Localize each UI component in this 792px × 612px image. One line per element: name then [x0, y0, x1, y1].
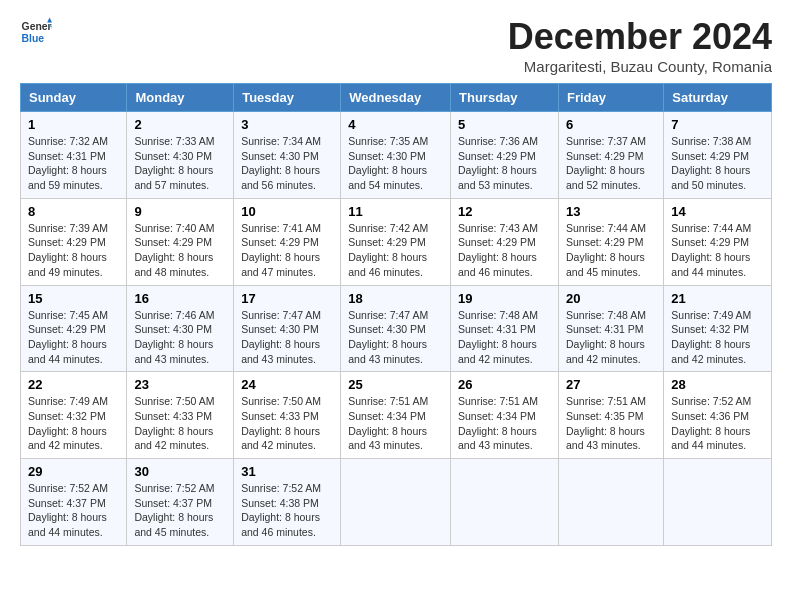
day-number: 28 — [671, 377, 764, 392]
calendar-week-row: 8 Sunrise: 7:39 AMSunset: 4:29 PMDayligh… — [21, 198, 772, 285]
calendar-week-row: 15 Sunrise: 7:45 AMSunset: 4:29 PMDaylig… — [21, 285, 772, 372]
day-info: Sunrise: 7:49 AMSunset: 4:32 PMDaylight:… — [28, 395, 108, 451]
day-number: 23 — [134, 377, 226, 392]
calendar-cell: 9 Sunrise: 7:40 AMSunset: 4:29 PMDayligh… — [127, 198, 234, 285]
calendar-cell: 4 Sunrise: 7:35 AMSunset: 4:30 PMDayligh… — [341, 112, 451, 199]
calendar-cell — [558, 459, 663, 546]
day-number: 3 — [241, 117, 333, 132]
day-number: 14 — [671, 204, 764, 219]
calendar-cell — [451, 459, 559, 546]
calendar-cell: 24 Sunrise: 7:50 AMSunset: 4:33 PMDaylig… — [234, 372, 341, 459]
day-info: Sunrise: 7:47 AMSunset: 4:30 PMDaylight:… — [241, 309, 321, 365]
logo: General Blue — [20, 16, 52, 48]
calendar-cell: 18 Sunrise: 7:47 AMSunset: 4:30 PMDaylig… — [341, 285, 451, 372]
calendar-cell — [664, 459, 772, 546]
calendar-cell: 27 Sunrise: 7:51 AMSunset: 4:35 PMDaylig… — [558, 372, 663, 459]
day-number: 26 — [458, 377, 551, 392]
day-info: Sunrise: 7:51 AMSunset: 4:34 PMDaylight:… — [458, 395, 538, 451]
calendar-cell: 13 Sunrise: 7:44 AMSunset: 4:29 PMDaylig… — [558, 198, 663, 285]
day-info: Sunrise: 7:47 AMSunset: 4:30 PMDaylight:… — [348, 309, 428, 365]
calendar-cell: 16 Sunrise: 7:46 AMSunset: 4:30 PMDaylig… — [127, 285, 234, 372]
calendar-table: SundayMondayTuesdayWednesdayThursdayFrid… — [20, 83, 772, 546]
day-info: Sunrise: 7:40 AMSunset: 4:29 PMDaylight:… — [134, 222, 214, 278]
day-number: 21 — [671, 291, 764, 306]
day-info: Sunrise: 7:48 AMSunset: 4:31 PMDaylight:… — [458, 309, 538, 365]
day-info: Sunrise: 7:51 AMSunset: 4:35 PMDaylight:… — [566, 395, 646, 451]
day-number: 31 — [241, 464, 333, 479]
day-number: 10 — [241, 204, 333, 219]
calendar-week-row: 29 Sunrise: 7:52 AMSunset: 4:37 PMDaylig… — [21, 459, 772, 546]
day-number: 16 — [134, 291, 226, 306]
title-area: December 2024 Margaritesti, Buzau County… — [508, 16, 772, 75]
day-info: Sunrise: 7:42 AMSunset: 4:29 PMDaylight:… — [348, 222, 428, 278]
weekday-header-tuesday: Tuesday — [234, 84, 341, 112]
calendar-cell: 6 Sunrise: 7:37 AMSunset: 4:29 PMDayligh… — [558, 112, 663, 199]
day-number: 27 — [566, 377, 656, 392]
day-info: Sunrise: 7:49 AMSunset: 4:32 PMDaylight:… — [671, 309, 751, 365]
day-number: 19 — [458, 291, 551, 306]
day-info: Sunrise: 7:50 AMSunset: 4:33 PMDaylight:… — [134, 395, 214, 451]
day-info: Sunrise: 7:51 AMSunset: 4:34 PMDaylight:… — [348, 395, 428, 451]
day-info: Sunrise: 7:33 AMSunset: 4:30 PMDaylight:… — [134, 135, 214, 191]
calendar-cell: 19 Sunrise: 7:48 AMSunset: 4:31 PMDaylig… — [451, 285, 559, 372]
day-number: 4 — [348, 117, 443, 132]
calendar-cell: 25 Sunrise: 7:51 AMSunset: 4:34 PMDaylig… — [341, 372, 451, 459]
day-number: 25 — [348, 377, 443, 392]
day-number: 12 — [458, 204, 551, 219]
calendar-cell: 11 Sunrise: 7:42 AMSunset: 4:29 PMDaylig… — [341, 198, 451, 285]
day-info: Sunrise: 7:44 AMSunset: 4:29 PMDaylight:… — [566, 222, 646, 278]
day-info: Sunrise: 7:52 AMSunset: 4:38 PMDaylight:… — [241, 482, 321, 538]
weekday-header-wednesday: Wednesday — [341, 84, 451, 112]
day-number: 8 — [28, 204, 119, 219]
weekday-header-monday: Monday — [127, 84, 234, 112]
day-number: 15 — [28, 291, 119, 306]
logo-icon: General Blue — [20, 16, 52, 48]
svg-text:General: General — [22, 21, 52, 32]
calendar-cell: 21 Sunrise: 7:49 AMSunset: 4:32 PMDaylig… — [664, 285, 772, 372]
calendar-cell: 7 Sunrise: 7:38 AMSunset: 4:29 PMDayligh… — [664, 112, 772, 199]
day-info: Sunrise: 7:39 AMSunset: 4:29 PMDaylight:… — [28, 222, 108, 278]
day-number: 1 — [28, 117, 119, 132]
calendar-cell: 1 Sunrise: 7:32 AMSunset: 4:31 PMDayligh… — [21, 112, 127, 199]
day-info: Sunrise: 7:52 AMSunset: 4:36 PMDaylight:… — [671, 395, 751, 451]
calendar-cell — [341, 459, 451, 546]
day-info: Sunrise: 7:43 AMSunset: 4:29 PMDaylight:… — [458, 222, 538, 278]
calendar-cell: 23 Sunrise: 7:50 AMSunset: 4:33 PMDaylig… — [127, 372, 234, 459]
day-number: 30 — [134, 464, 226, 479]
svg-marker-2 — [47, 18, 52, 23]
day-info: Sunrise: 7:37 AMSunset: 4:29 PMDaylight:… — [566, 135, 646, 191]
calendar-cell: 28 Sunrise: 7:52 AMSunset: 4:36 PMDaylig… — [664, 372, 772, 459]
calendar-cell: 17 Sunrise: 7:47 AMSunset: 4:30 PMDaylig… — [234, 285, 341, 372]
day-number: 17 — [241, 291, 333, 306]
calendar-cell: 15 Sunrise: 7:45 AMSunset: 4:29 PMDaylig… — [21, 285, 127, 372]
day-number: 2 — [134, 117, 226, 132]
day-number: 7 — [671, 117, 764, 132]
calendar-week-row: 22 Sunrise: 7:49 AMSunset: 4:32 PMDaylig… — [21, 372, 772, 459]
calendar-cell: 31 Sunrise: 7:52 AMSunset: 4:38 PMDaylig… — [234, 459, 341, 546]
calendar-cell: 22 Sunrise: 7:49 AMSunset: 4:32 PMDaylig… — [21, 372, 127, 459]
day-info: Sunrise: 7:46 AMSunset: 4:30 PMDaylight:… — [134, 309, 214, 365]
calendar-cell: 5 Sunrise: 7:36 AMSunset: 4:29 PMDayligh… — [451, 112, 559, 199]
weekday-header-sunday: Sunday — [21, 84, 127, 112]
calendar-cell: 20 Sunrise: 7:48 AMSunset: 4:31 PMDaylig… — [558, 285, 663, 372]
calendar-cell: 2 Sunrise: 7:33 AMSunset: 4:30 PMDayligh… — [127, 112, 234, 199]
calendar-cell: 3 Sunrise: 7:34 AMSunset: 4:30 PMDayligh… — [234, 112, 341, 199]
weekday-header-thursday: Thursday — [451, 84, 559, 112]
weekday-header-friday: Friday — [558, 84, 663, 112]
calendar-cell: 12 Sunrise: 7:43 AMSunset: 4:29 PMDaylig… — [451, 198, 559, 285]
header: General Blue December 2024 Margaritesti,… — [20, 16, 772, 75]
day-number: 13 — [566, 204, 656, 219]
day-info: Sunrise: 7:52 AMSunset: 4:37 PMDaylight:… — [134, 482, 214, 538]
calendar-cell: 29 Sunrise: 7:52 AMSunset: 4:37 PMDaylig… — [21, 459, 127, 546]
calendar-week-row: 1 Sunrise: 7:32 AMSunset: 4:31 PMDayligh… — [21, 112, 772, 199]
day-info: Sunrise: 7:35 AMSunset: 4:30 PMDaylight:… — [348, 135, 428, 191]
day-info: Sunrise: 7:32 AMSunset: 4:31 PMDaylight:… — [28, 135, 108, 191]
day-number: 22 — [28, 377, 119, 392]
page-title: December 2024 — [508, 16, 772, 58]
day-info: Sunrise: 7:44 AMSunset: 4:29 PMDaylight:… — [671, 222, 751, 278]
day-info: Sunrise: 7:36 AMSunset: 4:29 PMDaylight:… — [458, 135, 538, 191]
day-info: Sunrise: 7:34 AMSunset: 4:30 PMDaylight:… — [241, 135, 321, 191]
calendar-cell: 30 Sunrise: 7:52 AMSunset: 4:37 PMDaylig… — [127, 459, 234, 546]
day-info: Sunrise: 7:48 AMSunset: 4:31 PMDaylight:… — [566, 309, 646, 365]
day-info: Sunrise: 7:52 AMSunset: 4:37 PMDaylight:… — [28, 482, 108, 538]
